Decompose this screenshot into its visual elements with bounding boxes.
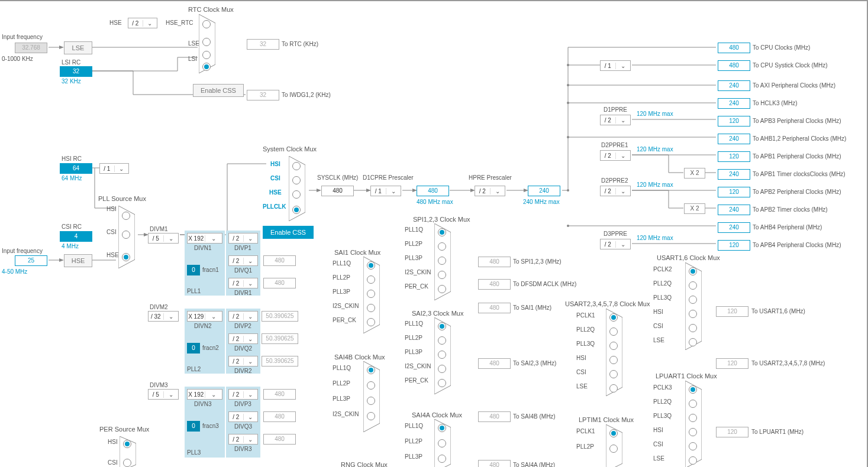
pll3-r[interactable]: / 2⌄ bbox=[228, 434, 258, 445]
output-value-10: 240 bbox=[718, 222, 750, 233]
pll2-r-lbl: DIVR2 bbox=[234, 368, 251, 374]
spi-mux[interactable] bbox=[434, 223, 451, 300]
sys-mux[interactable] bbox=[289, 156, 305, 221]
output-value-0: 480 bbox=[718, 43, 750, 53]
input-freq-label: Input frequency bbox=[2, 34, 43, 40]
cpu-div[interactable]: / 1⌄ bbox=[600, 60, 631, 71]
pll1-p[interactable]: / 2⌄ bbox=[228, 233, 258, 244]
sai23-out: 480 bbox=[478, 358, 511, 369]
output-label-10: To AHB4 Peripheral (MHz) bbox=[753, 224, 822, 231]
output-value-2: 240 bbox=[718, 80, 750, 91]
d3ppre[interactable]: / 2⌄ bbox=[600, 239, 631, 249]
pll2-p-out: 50.390625 bbox=[262, 311, 298, 322]
pll3-p-lbl: DIVP3 bbox=[234, 401, 251, 407]
mux-in-label: I2S_CKIN bbox=[405, 363, 431, 369]
pll1-q[interactable]: / 2⌄ bbox=[228, 255, 258, 266]
lpuart1-out-lbl: To LPUART1 (MHz) bbox=[751, 429, 804, 435]
pll1-frac[interactable]: 0 bbox=[187, 265, 200, 275]
output-label-0: To CPU Clocks (MHz) bbox=[753, 44, 810, 51]
rtc-mux[interactable] bbox=[199, 14, 215, 73]
rtc-mux-none[interactable] bbox=[202, 63, 211, 71]
output-label-7: To APB1 Timer clocksClocks (MHz) bbox=[753, 171, 846, 177]
mux-in-label: PER_CK bbox=[405, 377, 428, 384]
hse-freq-label: Input frequency bbox=[2, 248, 43, 254]
hsi-div[interactable]: / 1⌄ bbox=[99, 163, 129, 174]
sai4a-mux[interactable] bbox=[434, 419, 451, 467]
enable-css-button[interactable]: Enable CSS bbox=[193, 84, 244, 97]
pll2-r[interactable]: / 2⌄ bbox=[228, 356, 258, 367]
output-value-7: 240 bbox=[718, 169, 750, 180]
lpuart1-mux[interactable] bbox=[685, 381, 702, 467]
pll1-r[interactable]: / 2⌄ bbox=[228, 278, 258, 288]
x2-apb2: X 2 bbox=[684, 203, 705, 214]
pll-src-hsi[interactable] bbox=[122, 212, 130, 220]
per-src-hsi[interactable] bbox=[123, 440, 131, 448]
per-src-mux[interactable] bbox=[120, 436, 136, 467]
pll-src-hse[interactable] bbox=[122, 253, 130, 261]
sys-mux-hse[interactable] bbox=[292, 190, 301, 199]
usart16-mux[interactable] bbox=[685, 262, 702, 350]
pll1-frac-lbl: fracn1 bbox=[202, 267, 219, 273]
hsi-rc-value: 64 bbox=[60, 163, 92, 174]
spi-out3: 480 bbox=[478, 303, 511, 313]
per-csi-label: CSI bbox=[108, 459, 118, 466]
pll3-p[interactable]: / 2⌄ bbox=[228, 389, 258, 400]
output-label-4: To APB3 Peripheral Clocks (MHz) bbox=[753, 118, 841, 124]
spi-out2: 480 bbox=[478, 279, 511, 290]
pll3-frac[interactable]: 0 bbox=[187, 421, 200, 432]
x2-apb1: X 2 bbox=[684, 168, 705, 179]
pll-src-mux[interactable] bbox=[118, 206, 135, 268]
pll3-q[interactable]: / 2⌄ bbox=[228, 411, 258, 422]
input-freq-value[interactable]: 32.768 bbox=[15, 43, 47, 53]
pll1-n[interactable]: X 192⌄ bbox=[187, 233, 222, 244]
sai4b-mux[interactable] bbox=[363, 361, 380, 432]
divm3-label: DIVM3 bbox=[150, 382, 168, 388]
d1cpre[interactable]: / 1⌄ bbox=[370, 186, 401, 196]
mux-in-label: PLL2P bbox=[405, 241, 422, 247]
input-freq-range: 0-1000 KHz bbox=[2, 56, 33, 62]
divm1[interactable]: / 5⌄ bbox=[148, 233, 179, 244]
sai1-mux[interactable] bbox=[363, 257, 380, 333]
pll3-frac-lbl: fracn3 bbox=[202, 423, 219, 429]
enable-css2-button[interactable]: Enable CSS bbox=[263, 226, 314, 239]
pll2-q[interactable]: / 2⌄ bbox=[228, 333, 258, 344]
d2ppre1[interactable]: / 2⌄ bbox=[600, 150, 631, 161]
output-value-5: 240 bbox=[718, 134, 750, 144]
d1ppre[interactable]: / 2⌄ bbox=[600, 115, 631, 125]
divm2[interactable]: / 32⌄ bbox=[148, 311, 179, 322]
svg-point-14 bbox=[567, 102, 569, 104]
lptim1-mux[interactable] bbox=[606, 424, 622, 467]
hse-freq-value[interactable]: 25 bbox=[15, 255, 47, 266]
rtc-mux-hse[interactable] bbox=[202, 20, 211, 28]
lsi-rc-note: 32 KHz bbox=[62, 78, 81, 85]
mux-in-label: PLL3Q bbox=[576, 340, 595, 347]
mux-in-label: PLL3P bbox=[405, 255, 422, 261]
mux-in-label: PCLK1 bbox=[576, 428, 595, 434]
sys-mux-hsi[interactable] bbox=[292, 162, 301, 170]
rtc-mux-lsi[interactable] bbox=[202, 51, 211, 59]
hpre[interactable]: / 2⌄ bbox=[475, 186, 505, 196]
output-value-1: 480 bbox=[718, 60, 750, 71]
sai23-mux[interactable] bbox=[434, 317, 451, 394]
usart234-mux[interactable] bbox=[606, 309, 622, 396]
pll2-p[interactable]: / 2⌄ bbox=[228, 311, 258, 322]
sys-mux-pllclk[interactable] bbox=[292, 206, 301, 214]
divm3[interactable]: / 5⌄ bbox=[148, 389, 179, 400]
sys-mux-csi[interactable] bbox=[292, 176, 301, 184]
rtc-mux-lse[interactable] bbox=[202, 38, 211, 46]
hse-osc-button[interactable]: HSE bbox=[64, 254, 92, 267]
output-label-11: To APB4 Peripheral Clocks (MHz) bbox=[753, 242, 841, 248]
pll2-n[interactable]: X 129⌄ bbox=[187, 311, 222, 322]
output-value-3: 240 bbox=[718, 98, 750, 109]
rtc-hse-div[interactable]: / 2⌄ bbox=[128, 18, 157, 28]
d2ppre2[interactable]: / 2⌄ bbox=[600, 186, 631, 196]
lse-osc-button[interactable]: LSE bbox=[64, 41, 92, 54]
pll-src-csi[interactable] bbox=[122, 231, 130, 239]
pll2-frac[interactable]: 0 bbox=[187, 343, 200, 354]
per-src-csi[interactable] bbox=[123, 459, 131, 467]
pll-src-title: PLL Source Mux bbox=[98, 195, 146, 202]
usart16-out: 120 bbox=[716, 306, 748, 317]
pll3-n[interactable]: X 192⌄ bbox=[187, 389, 222, 400]
pll2-name: PLL2 bbox=[187, 366, 201, 372]
hse-rtc-label: HSE_RTC bbox=[166, 20, 193, 26]
